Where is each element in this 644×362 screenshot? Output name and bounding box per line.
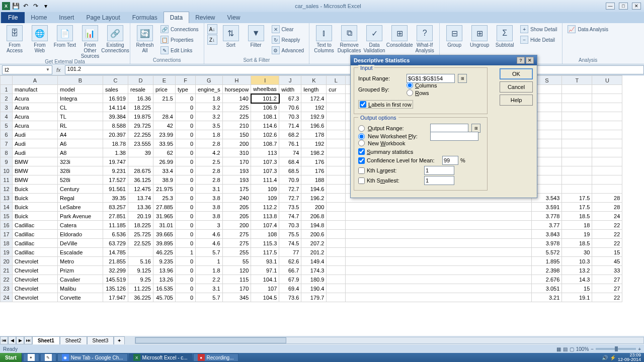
cell[interactable]: 83.257 (103, 203, 128, 212)
cell[interactable]: 5.7 (196, 248, 223, 257)
cell[interactable]: sales (103, 85, 128, 94)
cell[interactable]: 66.7 (279, 266, 301, 275)
cell[interactable]: 39.895 (153, 239, 176, 248)
cell[interactable]: 31.965 (153, 212, 176, 221)
row-header[interactable]: 4 (1, 112, 13, 121)
cell[interactable]: 345 (222, 293, 251, 302)
minimize-button[interactable]: — (606, 3, 615, 10)
cell[interactable]: 0 (176, 166, 196, 175)
cell[interactable]: 3.843 (532, 230, 562, 239)
cell[interactable]: 9.235 (153, 257, 176, 266)
clear-button[interactable]: ✕Clear (270, 24, 306, 34)
cell[interactable]: 18.225 (128, 221, 153, 230)
cell[interactable]: Century (58, 185, 103, 194)
cell[interactable]: 3.77 (532, 221, 562, 230)
cell[interactable]: 310 (222, 148, 251, 157)
cell[interactable]: 46.225 (153, 248, 176, 257)
cell[interactable]: 8.588 (103, 121, 128, 130)
kth-largest-field[interactable] (424, 166, 454, 175)
cell[interactable]: Audi (13, 148, 58, 157)
row-header[interactable]: 14 (1, 203, 13, 212)
cell[interactable]: 28.4 (153, 112, 176, 121)
cell[interactable] (562, 85, 592, 94)
cell[interactable]: 275 (222, 230, 251, 239)
cell[interactable]: 26.99 (153, 157, 176, 166)
cell[interactable] (327, 175, 346, 185)
column-header[interactable]: I (251, 76, 279, 85)
cell[interactable]: 68.5 (279, 166, 301, 175)
zoom-in-button[interactable]: + (638, 346, 641, 352)
cell[interactable]: 275 (222, 239, 251, 248)
row-header[interactable]: 8 (1, 148, 13, 157)
cell[interactable]: Cadillac (13, 248, 58, 257)
cell[interactable]: 67.9 (279, 275, 301, 284)
cell[interactable]: 70.3 (279, 221, 301, 230)
cell[interactable] (562, 166, 592, 175)
cell[interactable]: Prizm (58, 266, 103, 275)
cell[interactable]: 0 (176, 185, 196, 194)
cell[interactable] (562, 148, 592, 157)
cell[interactable]: 28 (592, 194, 622, 203)
cell[interactable]: 39 (128, 148, 153, 157)
data-analysis-button[interactable]: 📈Data Analysis (566, 24, 610, 34)
output-range-radio[interactable] (358, 125, 365, 132)
cell[interactable]: 102.6 (251, 130, 279, 139)
cell[interactable]: 328i (58, 166, 103, 175)
properties-button[interactable]: 📋Properties (158, 35, 201, 45)
cell[interactable]: 196.2 (301, 194, 327, 203)
cell[interactable] (592, 139, 622, 148)
cell[interactable]: 108.1 (251, 112, 279, 121)
row-header[interactable]: 10 (1, 166, 13, 175)
column-header[interactable]: G (196, 76, 223, 85)
cell[interactable]: 28.675 (128, 166, 153, 175)
cell[interactable]: 18.225 (128, 103, 153, 112)
sheet-next-button[interactable]: ▶ (16, 336, 24, 344)
cell[interactable] (327, 139, 346, 148)
from-text-button[interactable]: 📄From Text (53, 24, 76, 48)
cell[interactable]: 13.74 (128, 194, 153, 203)
column-header[interactable]: J (279, 76, 301, 85)
column-header[interactable]: F (176, 76, 196, 85)
cell[interactable]: 2.8 (196, 139, 223, 148)
cell[interactable]: 69.4 (279, 284, 301, 293)
cell[interactable] (327, 203, 346, 212)
cell[interactable]: 28 (592, 203, 622, 212)
cell[interactable]: 32.299 (103, 266, 128, 275)
sheet-first-button[interactable]: ⏮ (0, 336, 8, 344)
cell[interactable]: Cadillac (13, 239, 58, 248)
data-validation-button[interactable]: ✓Data Validation (363, 24, 386, 53)
cell[interactable]: 176 (301, 157, 327, 166)
cell[interactable] (128, 157, 153, 166)
cell[interactable]: 18.5 (562, 212, 592, 221)
cell[interactable]: 192.9 (301, 112, 327, 121)
cell[interactable]: 39.665 (153, 230, 176, 239)
cell[interactable]: 36.125 (128, 175, 153, 185)
cell[interactable]: DeVille (58, 239, 103, 248)
cell[interactable]: 176 (301, 166, 327, 175)
cell[interactable]: 74.5 (279, 239, 301, 248)
cell[interactable]: 1.8 (196, 266, 223, 275)
refresh-all-button[interactable]: 🔄Refresh All (133, 24, 156, 53)
cell[interactable]: 21.855 (103, 257, 128, 266)
cell[interactable]: 38.9 (153, 175, 176, 185)
cell[interactable]: type (176, 85, 196, 94)
cell[interactable]: Chevrolet (13, 284, 58, 293)
cell[interactable] (327, 275, 346, 284)
cell[interactable]: 5.572 (532, 248, 562, 257)
column-header[interactable]: D (128, 76, 153, 85)
cell[interactable]: 101.2 (251, 94, 279, 103)
row-header[interactable]: 17 (1, 230, 13, 239)
cell[interactable]: 1.8 (196, 94, 223, 103)
taskbar-quick1[interactable]: ✦ (23, 353, 39, 361)
cell[interactable]: price (153, 85, 176, 94)
kth-largest-checkbox[interactable] (358, 167, 365, 174)
confidence-checkbox[interactable] (358, 157, 365, 164)
cell[interactable]: 27 (592, 284, 622, 293)
cell[interactable]: 13.96 (153, 266, 176, 275)
cell[interactable]: 0 (176, 130, 196, 139)
cell[interactable]: 18 (562, 221, 592, 230)
cell[interactable]: length (301, 85, 327, 94)
row-header[interactable]: 5 (1, 121, 13, 130)
cell[interactable]: 175 (222, 185, 251, 194)
cell[interactable]: 76.1 (279, 139, 301, 148)
